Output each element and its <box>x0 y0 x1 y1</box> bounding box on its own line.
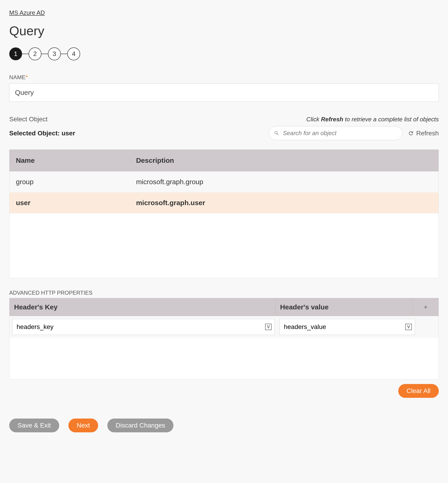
step-4[interactable]: 4 <box>67 48 80 60</box>
refresh-button[interactable]: Refresh <box>408 130 439 137</box>
th-description: Description <box>130 150 439 172</box>
th-header-value: Header's value <box>275 298 413 316</box>
add-row-button[interactable] <box>413 298 439 316</box>
advanced-table: Header's Key Header's value V V <box>9 298 439 380</box>
refresh-icon <box>408 130 414 136</box>
search-input[interactable] <box>269 126 402 140</box>
advanced-row: V V <box>9 316 439 338</box>
name-label: NAME* <box>9 74 439 80</box>
header-key-input[interactable] <box>12 319 275 335</box>
name-input[interactable] <box>9 83 439 102</box>
refresh-hint: Click Refresh to retrieve a complete lis… <box>306 116 439 123</box>
cell-name: user <box>9 192 130 214</box>
cell-description: microsoft.graph.group <box>130 172 439 192</box>
search-icon <box>274 131 280 136</box>
variable-picker-icon[interactable]: V <box>405 324 412 330</box>
page-title: Query <box>9 23 439 38</box>
advanced-label: ADVANCED HTTP PROPERTIES <box>9 290 439 296</box>
step-1[interactable]: 1 <box>9 48 22 60</box>
th-header-key: Header's Key <box>9 298 275 316</box>
discard-changes-button[interactable]: Discard Changes <box>107 419 173 432</box>
advanced-spacer <box>9 338 439 379</box>
cell-name: group <box>9 172 130 192</box>
step-line <box>41 54 48 54</box>
step-3[interactable]: 3 <box>48 48 61 60</box>
cell-description: microsoft.graph.user <box>130 192 439 214</box>
step-line <box>22 54 29 54</box>
step-line <box>61 54 67 54</box>
plus-icon <box>423 304 428 310</box>
table-row[interactable]: user microsoft.graph.user <box>9 192 439 214</box>
variable-picker-icon[interactable]: V <box>265 324 272 330</box>
refresh-label: Refresh <box>416 130 439 137</box>
breadcrumb-link[interactable]: MS Azure AD <box>9 9 45 16</box>
step-2[interactable]: 2 <box>29 48 41 60</box>
table-spacer <box>9 214 439 278</box>
save-exit-button[interactable]: Save & Exit <box>9 419 59 432</box>
table-row[interactable]: group microsoft.graph.group <box>9 172 439 192</box>
select-object-label: Select Object <box>9 116 48 123</box>
next-button[interactable]: Next <box>68 419 98 432</box>
object-table: Name Description group microsoft.graph.g… <box>9 150 439 214</box>
selected-object-label: Selected Object: user <box>9 130 75 137</box>
stepper: 1 2 3 4 <box>9 48 439 60</box>
clear-all-button[interactable]: Clear All <box>398 384 439 398</box>
th-name: Name <box>9 150 130 172</box>
header-value-input[interactable] <box>280 319 415 335</box>
